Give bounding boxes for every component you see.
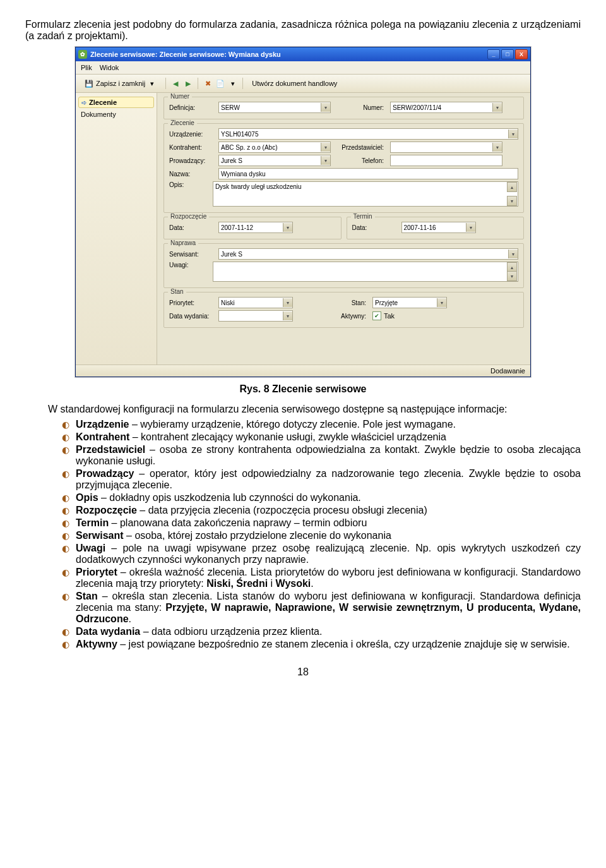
minimize-button[interactable]: _ <box>487 49 500 59</box>
field-value: 2007-11-16 <box>404 224 436 231</box>
label-kontrahent: Kontrahent: <box>169 144 215 151</box>
chevron-down-icon: ▾ <box>508 130 518 138</box>
create-doc-button[interactable]: Utwórz dokument handlowy <box>248 76 341 90</box>
intro-paragraph: Formularz zlecenia jest podobny do formu… <box>25 19 581 42</box>
group-legend: Stan <box>168 288 186 295</box>
label-data: Data: <box>169 224 215 231</box>
field-urzadzenie[interactable]: YSLH014075 ▾ <box>218 128 518 140</box>
field-value: Przyjęte <box>375 299 398 306</box>
field-telefon[interactable] <box>390 155 502 166</box>
field-kontrahent[interactable]: ABC Sp. z o.o (Abc) ▾ <box>218 142 331 153</box>
label-opis: Opis: <box>169 181 209 188</box>
page-number: 18 <box>25 666 581 678</box>
label-aktywny: Aktywny: <box>297 313 369 320</box>
disk-icon: 💾 <box>85 79 93 88</box>
chevron-down-icon: ▾ <box>508 250 518 258</box>
field-nazwa[interactable]: Wymiana dysku <box>218 168 518 179</box>
group-naprawa: Naprawa Serwisant: Jurek S ▾ Uwagi: ▴ ▾ <box>163 243 524 288</box>
field-rozp-data[interactable]: 2007-11-12 ▾ <box>218 222 293 233</box>
status-text: Dodawanie <box>490 367 525 375</box>
field-prowadzacy[interactable]: Jurek S ▾ <box>218 155 331 166</box>
chevron-down-icon[interactable]: ▾ <box>229 79 237 88</box>
sidebar-item-dokumenty[interactable]: Dokumenty <box>78 109 154 119</box>
menu-plik[interactable]: Plik <box>81 64 92 71</box>
list-item: Data wydania – data odbioru urządzenia p… <box>62 626 581 637</box>
label-data-wydania: Data wydania: <box>169 313 215 320</box>
figure-caption: Rys. 8 Zlecenie serwisowe <box>25 383 581 395</box>
toolbar-separator <box>165 78 166 89</box>
menu-widok[interactable]: Widok <box>100 64 119 71</box>
list-item: Stan – określa stan zlecenia. Lista stan… <box>62 591 581 625</box>
scroll-down-icon[interactable]: ▾ <box>507 271 517 281</box>
list-item: Urządzenie – wybieramy urządzenie, które… <box>62 419 581 430</box>
field-value: ABC Sp. z o.o (Abc) <box>221 144 277 151</box>
group-termin: Termin Data: 2007-11-16 ▾ <box>347 217 525 239</box>
group-legend: Rozpoczęcie <box>168 213 209 220</box>
field-value: YSLH014075 <box>221 131 259 138</box>
chevron-down-icon: ▾ <box>321 156 330 165</box>
field-serwisant[interactable]: Jurek S ▾ <box>218 248 518 260</box>
check-icon: ✔ <box>372 311 381 320</box>
titlebar[interactable]: ✿ Zlecenie serwisowe: Zlecenie serwisowe… <box>76 47 530 61</box>
list-item: Opis – dokładny opis uszkodzenia lub czy… <box>62 492 581 503</box>
sidebar: ➪ Zlecenie Dokumenty <box>76 93 157 365</box>
field-value: 2007-11-12 <box>221 224 253 231</box>
group-legend: Numer <box>168 93 192 100</box>
label-urzadzenie: Urządzenie: <box>169 131 215 138</box>
field-opis[interactable]: Dysk twardy uległ uszkodzeniu ▴ ▾ <box>213 181 518 207</box>
field-przedstawiciel[interactable]: ▾ <box>390 142 502 153</box>
chevron-down-icon: ▾ <box>437 298 446 307</box>
field-value: Jurek S <box>221 251 242 258</box>
label-telefon: Telefon: <box>335 157 386 164</box>
scroll-down-icon[interactable]: ▾ <box>507 196 517 206</box>
field-value: SERW <box>221 104 240 111</box>
field-value: Jurek S <box>221 157 242 164</box>
group-legend: Zlecenie <box>168 119 197 126</box>
field-data-wydania[interactable]: ▾ <box>218 310 293 322</box>
forward-icon[interactable]: ▶ <box>184 79 193 88</box>
label-definicja: Definicja: <box>169 104 215 111</box>
chevron-down-icon: ▾ <box>466 223 475 232</box>
chevron-down-icon: ▾ <box>283 311 292 320</box>
group-numer: Numer Definicja: SERW ▾ Numer: SERW/2007… <box>163 97 524 119</box>
label-numer: Numer: <box>335 104 386 111</box>
save-close-button[interactable]: 💾 Zapisz i zamknij ▾ <box>81 76 160 90</box>
close-button[interactable]: X <box>515 49 528 59</box>
group-zlecenie: Zlecenie Urządzenie: YSLH014075 ▾ Kontra… <box>163 123 524 213</box>
field-numer[interactable]: SERW/2007/11/4 ▾ <box>390 102 502 113</box>
label-serwisant: Serwisant: <box>169 251 215 258</box>
scroll-up-icon[interactable]: ▴ <box>507 182 517 192</box>
label-stan: Stan: <box>297 299 369 306</box>
sidebar-item-label: Dokumenty <box>81 111 116 118</box>
label-priorytet: Priorytet: <box>169 299 215 306</box>
list-item: Kontrahent – kontrahent zlecający wykona… <box>62 431 581 443</box>
field-stan[interactable]: Przyjęte ▾ <box>372 297 447 308</box>
label-prowadzacy: Prowadzący: <box>169 157 215 164</box>
intro2: W standardowej konfiguracji na formularz… <box>25 404 581 415</box>
save-close-label: Zapisz i zamknij <box>96 80 145 87</box>
field-priorytet[interactable]: Niski ▾ <box>218 297 293 308</box>
form-pane: Numer Definicja: SERW ▾ Numer: SERW/2007… <box>157 93 530 365</box>
chevron-down-icon: ▾ <box>321 103 330 112</box>
group-legend: Naprawa <box>168 239 198 246</box>
refresh-icon[interactable]: 📄 <box>216 79 225 88</box>
field-term-data[interactable]: 2007-11-16 ▾ <box>401 222 476 233</box>
chevron-down-icon: ▾ <box>283 223 292 232</box>
back-icon[interactable]: ◀ <box>171 79 180 88</box>
field-uwagi[interactable]: ▴ ▾ <box>213 262 518 282</box>
tools-icon[interactable]: ✖ <box>203 79 212 88</box>
window-title: Zlecenie serwisowe: Zlecenie serwisowe: … <box>90 51 487 58</box>
group-legend: Termin <box>351 213 375 220</box>
arrow-icon: ➪ <box>81 99 86 106</box>
app-icon: ✿ <box>78 50 87 59</box>
label-uwagi: Uwagi: <box>169 262 209 268</box>
checkbox-aktywny[interactable]: ✔ Tak <box>372 311 395 320</box>
group-stan: Stan Priorytet: Niski ▾ Stan: Przyjęte ▾… <box>163 292 524 328</box>
field-definicja[interactable]: SERW ▾ <box>218 102 331 113</box>
field-value: Niski <box>221 299 235 306</box>
maximize-button[interactable]: □ <box>501 49 514 59</box>
toolbar: 💾 Zapisz i zamknij ▾ ◀ ▶ ✖ 📄 ▾ Utwórz do… <box>76 75 530 93</box>
sidebar-item-zlecenie[interactable]: ➪ Zlecenie <box>78 97 154 108</box>
chevron-down-icon: ▾ <box>148 79 157 88</box>
list-item: Priorytet – określa ważność zlecenia. Li… <box>62 567 581 589</box>
